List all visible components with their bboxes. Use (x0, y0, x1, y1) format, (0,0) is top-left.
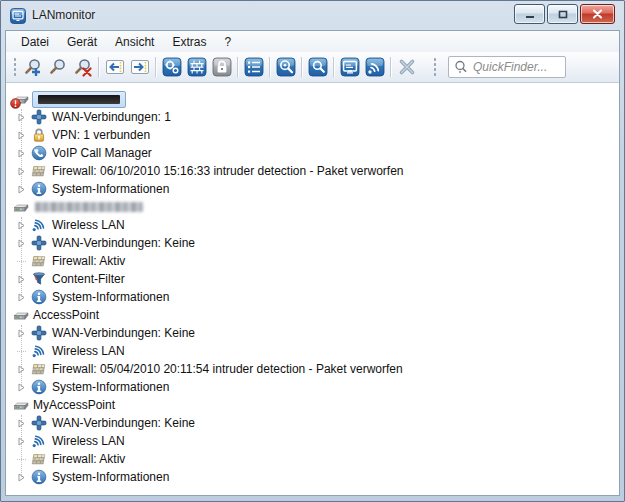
device-name[interactable]: MyAccessPoint (33, 398, 115, 412)
tree-row[interactable]: VoIP Call Manager (6, 144, 619, 162)
tree-row-device[interactable] (6, 90, 619, 108)
brick-wall-icon (187, 57, 207, 77)
tree-row[interactable]: System-Informationen (6, 468, 619, 486)
tree-row[interactable]: Wireless LAN (6, 432, 619, 450)
ping-button[interactable] (273, 55, 298, 79)
tree-row[interactable]: VPN: 1 verbunden (6, 126, 619, 144)
tree-row[interactable]: System-Informationen (6, 180, 619, 198)
maximize-icon (558, 10, 568, 19)
tree-item-label[interactable]: System-Informationen (52, 290, 169, 304)
tree-item-label[interactable]: Wireless LAN (52, 218, 125, 232)
tree-row[interactable]: WAN-Verbindungen: Keine (6, 234, 619, 252)
tree-item-label[interactable]: WAN-Verbindungen: Keine (52, 326, 195, 340)
menu-help[interactable]: ? (215, 32, 240, 52)
menu-ansicht[interactable]: Ansicht (106, 32, 163, 52)
tree-item-label[interactable]: VoIP Call Manager (52, 146, 152, 160)
menu-extras[interactable]: Extras (163, 32, 215, 52)
tree-row[interactable]: Wireless LAN (6, 216, 619, 234)
tree-item-label[interactable]: WAN-Verbindungen: 1 (52, 110, 171, 124)
tree-item-label[interactable]: WAN-Verbindungen: Keine (52, 416, 195, 430)
minimize-button[interactable] (514, 4, 545, 24)
device-name[interactable]: AccessPoint (33, 308, 99, 322)
tree-row[interactable]: WAN-Verbindungen: Keine (6, 324, 619, 342)
quickfinder-box[interactable] (448, 56, 566, 78)
disconnect-button[interactable] (394, 55, 419, 79)
tree-row[interactable]: WAN-Verbindungen: Keine (6, 414, 619, 432)
expand-panel-button[interactable] (127, 55, 152, 79)
panel-arrow-right-icon (130, 57, 150, 77)
toolbar-separator (301, 57, 302, 77)
tree-row[interactable]: Firewall: Aktiv (6, 252, 619, 270)
tree-connector-line (21, 415, 22, 477)
toolbar (6, 52, 619, 83)
tree-row[interactable]: System-Informationen (6, 378, 619, 396)
padlock-icon (212, 57, 232, 77)
maximize-button[interactable] (547, 4, 578, 24)
tree-row-device[interactable]: MyAccessPoint (6, 396, 619, 414)
collapse-panel-button[interactable] (102, 55, 127, 79)
wan-icon (31, 109, 47, 125)
tree-row[interactable]: Firewall: 06/10/2010 15:16:33 intruder d… (6, 162, 619, 180)
firewall-icon (31, 451, 47, 467)
firewall-icon (31, 361, 47, 377)
client-area: Datei Gerät Ansicht Extras ? (5, 30, 620, 496)
menu-datei[interactable]: Datei (12, 32, 58, 52)
selected-device-name[interactable] (32, 91, 126, 108)
wireless-icon (31, 433, 47, 449)
tree-item-label[interactable]: Content-Filter (52, 272, 125, 286)
gray-x-icon (397, 57, 417, 77)
tree-item-label[interactable]: WAN-Verbindungen: Keine (52, 236, 195, 250)
device-view-button[interactable] (45, 55, 70, 79)
wlan-monitor-button[interactable] (362, 55, 387, 79)
tree-row[interactable]: System-Informationen (6, 288, 619, 306)
tree-item-label[interactable]: Wireless LAN (52, 434, 125, 448)
toolbar-separator (333, 57, 334, 77)
search-button[interactable] (305, 55, 330, 79)
lock-button[interactable] (209, 55, 234, 79)
info-icon (31, 469, 47, 485)
toolbar-separator (390, 57, 391, 77)
tree-row[interactable]: WAN-Verbindungen: 1 (6, 108, 619, 126)
quickfinder-input[interactable] (471, 59, 557, 75)
monitor-icon (340, 57, 360, 77)
tree-row[interactable]: Content-Filter (6, 270, 619, 288)
toolbar-gripper[interactable] (13, 57, 17, 77)
tree-item-label[interactable]: Firewall: Aktiv (52, 452, 125, 466)
tree-item-label[interactable]: Firewall: 05/04/2010 20:11:54 intruder d… (52, 362, 403, 376)
menu-geraet[interactable]: Gerät (58, 32, 106, 52)
tree-row-device[interactable] (6, 198, 619, 216)
redacted-device-name (38, 95, 120, 104)
close-button[interactable] (580, 4, 615, 24)
tree-row[interactable]: Wireless LAN (6, 342, 619, 360)
magnifier-plus-icon (23, 57, 43, 77)
tree-item-label[interactable]: Wireless LAN (52, 344, 125, 358)
tree-item-label[interactable]: Firewall: Aktiv (52, 254, 125, 268)
accounting-button[interactable] (159, 55, 184, 79)
firewall-button[interactable] (184, 55, 209, 79)
router-device-icon (13, 307, 29, 323)
ping-icon (276, 57, 296, 77)
trace-list-button[interactable] (241, 55, 266, 79)
toolbar-gripper[interactable] (433, 57, 437, 77)
device-add-button[interactable] (20, 55, 45, 79)
wan-icon (31, 235, 47, 251)
device-remove-button[interactable] (70, 55, 95, 79)
tree-item-label[interactable]: Firewall: 06/10/2010 15:16:33 intruder d… (52, 164, 404, 178)
tree-item-label[interactable]: System-Informationen (52, 182, 169, 196)
tree-row[interactable]: Firewall: Aktiv (6, 450, 619, 468)
device-group: WAN-Verbindungen: 1 VPN: 1 verbunden VoI… (6, 90, 619, 198)
tree-row[interactable]: Firewall: 05/04/2010 20:11:54 intruder d… (6, 360, 619, 378)
lanmonitor-button[interactable] (337, 55, 362, 79)
tree-connector-line (21, 217, 22, 297)
wireless-icon (31, 343, 47, 359)
panel-arrow-left-icon (105, 57, 125, 77)
tree-item-label[interactable]: System-Informationen (52, 380, 169, 394)
list-icon (244, 57, 264, 77)
tree-row-device[interactable]: AccessPoint (6, 306, 619, 324)
tree-item-label[interactable]: System-Informationen (52, 470, 169, 484)
minimize-icon (525, 10, 535, 19)
info-icon (31, 379, 47, 395)
titlebar[interactable]: LANmonitor (1, 1, 624, 30)
tree-item-label[interactable]: VPN: 1 verbunden (52, 128, 150, 142)
tree-connector-line (21, 325, 22, 387)
